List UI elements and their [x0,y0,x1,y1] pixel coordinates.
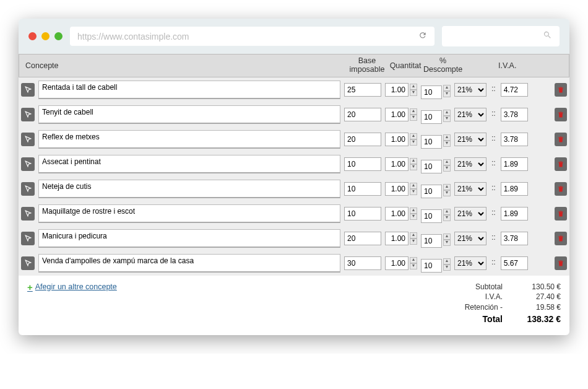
quantity-input[interactable] [385,207,409,221]
quantity-input[interactable] [385,232,409,245]
discount-input[interactable] [421,234,442,248]
desc-down-button[interactable]: ▼ [443,215,451,221]
concept-input[interactable]: Tenyit de cabell [38,105,340,124]
delete-row-button[interactable] [555,232,567,245]
base-input[interactable] [344,157,381,171]
delete-row-button[interactable] [555,207,567,221]
desc-down-button[interactable]: ▼ [443,240,451,246]
iva-select[interactable]: 21% [454,133,486,146]
quantity-input[interactable] [385,157,409,171]
qty-up-button[interactable]: ▲ [410,133,417,139]
iva-amount-input[interactable] [501,232,528,245]
desc-up-button[interactable]: ▲ [443,258,451,264]
concept-input[interactable]: Assecat i pentinat [38,155,340,173]
delete-row-button[interactable] [555,182,567,196]
iva-select[interactable]: 21% [454,256,486,270]
desc-up-button[interactable]: ▲ [443,234,451,240]
base-input[interactable] [344,207,381,221]
select-item-button[interactable] [21,83,35,97]
iva-select[interactable]: 21% [454,182,486,196]
refresh-icon[interactable] [418,31,427,42]
desc-down-button[interactable]: ▼ [443,190,451,196]
quantity-input[interactable] [385,182,409,196]
discount-input[interactable] [421,160,442,173]
select-item-button[interactable] [21,133,35,146]
close-window-button[interactable] [28,32,37,40]
quantity-input[interactable] [385,133,409,146]
desc-up-button[interactable]: ▲ [443,159,451,165]
qty-up-button[interactable]: ▲ [410,108,417,115]
desc-up-button[interactable]: ▲ [443,209,451,215]
url-bar[interactable]: https://www.contasimple.com [70,27,435,46]
iva-select[interactable]: 21% [454,108,486,121]
iva-select[interactable]: 21% [454,157,486,171]
base-input[interactable] [344,83,381,97]
discount-input[interactable] [421,85,442,99]
desc-up-button[interactable]: ▲ [443,184,451,190]
desc-down-button[interactable]: ▼ [443,141,451,147]
desc-down-button[interactable]: ▼ [443,264,451,271]
concept-input[interactable]: Reflex de metxes [38,130,340,149]
base-input[interactable] [344,182,381,196]
quantity-input[interactable] [385,108,409,121]
discount-input[interactable] [421,185,442,198]
base-input[interactable] [344,133,381,146]
qty-down-button[interactable]: ▼ [410,90,417,96]
qty-down-button[interactable]: ▼ [410,164,417,170]
desc-up-button[interactable]: ▲ [443,85,451,91]
concept-input[interactable]: Manicura i pedicura [38,229,340,248]
qty-up-button[interactable]: ▲ [410,84,417,90]
delete-row-button[interactable] [555,256,567,270]
add-concept-link[interactable]: + Afegir un altre concepte [27,282,117,292]
delete-row-button[interactable] [555,133,567,146]
concept-input[interactable]: Neteja de cutis [38,180,340,198]
desc-up-button[interactable]: ▲ [443,110,451,116]
iva-amount-input[interactable] [501,133,528,146]
iva-amount-input[interactable] [501,207,528,221]
desc-up-button[interactable]: ▲ [443,134,451,141]
iva-amount-input[interactable] [501,157,528,171]
qty-up-button[interactable]: ▲ [410,232,417,238]
concept-input[interactable]: Venda d'ampolles de xampú marca de la ca… [38,254,340,273]
qty-down-button[interactable]: ▼ [410,189,417,195]
iva-amount-input[interactable] [501,182,528,196]
iva-select[interactable]: 21% [454,207,486,221]
iva-select[interactable]: 21% [454,83,486,97]
select-item-button[interactable] [21,232,35,245]
base-input[interactable] [344,108,381,121]
concept-input[interactable]: Rentada i tall de cabell [38,81,340,99]
discount-input[interactable] [421,110,442,124]
qty-up-button[interactable]: ▲ [410,208,417,214]
discount-input[interactable] [421,209,442,223]
qty-down-button[interactable]: ▼ [410,263,417,269]
base-input[interactable] [344,256,381,270]
quantity-input[interactable] [385,83,409,97]
qty-up-button[interactable]: ▲ [410,183,417,189]
qty-down-button[interactable]: ▼ [410,238,417,245]
desc-down-button[interactable]: ▼ [443,165,451,172]
qty-down-button[interactable]: ▼ [410,115,417,121]
search-box[interactable] [442,26,560,46]
select-item-button[interactable] [21,256,35,270]
delete-row-button[interactable] [555,83,567,97]
desc-down-button[interactable]: ▼ [443,116,451,122]
qty-up-button[interactable]: ▲ [410,158,417,164]
delete-row-button[interactable] [555,157,567,171]
minimize-window-button[interactable] [41,32,50,40]
select-item-button[interactable] [21,157,35,171]
delete-row-button[interactable] [555,108,567,121]
maximize-window-button[interactable] [54,32,63,40]
iva-amount-input[interactable] [501,108,528,121]
qty-up-button[interactable]: ▲ [410,257,417,263]
base-input[interactable] [344,232,381,245]
quantity-input[interactable] [385,256,409,270]
select-item-button[interactable] [21,182,35,196]
select-item-button[interactable] [21,207,35,221]
qty-down-button[interactable]: ▼ [410,139,417,146]
discount-input[interactable] [421,259,442,273]
desc-down-button[interactable]: ▼ [443,91,451,97]
iva-amount-input[interactable] [501,83,528,97]
iva-amount-input[interactable] [501,256,528,270]
iva-select[interactable]: 21% [454,232,486,245]
discount-input[interactable] [421,135,442,149]
